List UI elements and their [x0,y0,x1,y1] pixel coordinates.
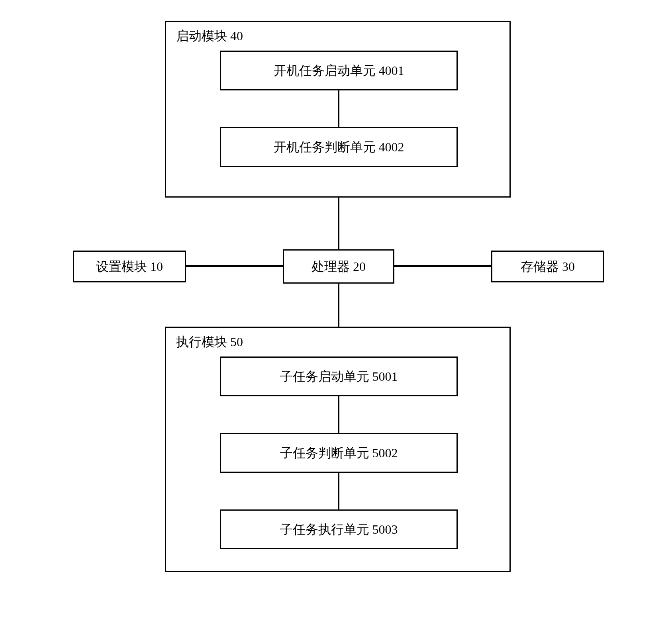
execution-module-title: 执行模块 50 [176,333,243,351]
connector-20-to-50 [338,284,339,327]
processor: 处理器 20 [283,249,394,284]
connector-40-to-20 [338,198,339,249]
boot-task-judge-unit: 开机任务判断单元 4002 [220,127,458,167]
subtask-start-unit-label: 子任务启动单元 5001 [280,370,398,383]
processor-label: 处理器 20 [312,260,366,273]
settings-module-label: 设置模块 10 [96,260,163,273]
diagram-canvas: 启动模块 40 开机任务启动单元 4001 开机任务判断单元 4002 设置模块… [0,0,672,617]
boot-task-start-unit-label: 开机任务启动单元 4001 [274,64,404,77]
connector-4001-4002 [338,90,339,127]
subtask-judge-unit: 子任务判断单元 5002 [220,433,458,473]
connector-20-to-30 [394,265,491,267]
subtask-start-unit: 子任务启动单元 5001 [220,356,458,396]
connector-5002-5003 [338,473,339,509]
startup-module-title: 启动模块 40 [176,27,243,45]
settings-module: 设置模块 10 [73,251,186,282]
subtask-judge-unit-label: 子任务判断单元 5002 [280,447,398,459]
connector-10-to-20 [186,265,283,267]
boot-task-start-unit: 开机任务启动单元 4001 [220,51,458,90]
subtask-exec-unit: 子任务执行单元 5003 [220,509,458,549]
connector-5001-5002 [338,396,339,433]
storage-module: 存储器 30 [491,251,604,282]
boot-task-judge-unit-label: 开机任务判断单元 4002 [274,141,404,153]
storage-module-label: 存储器 30 [521,260,575,273]
subtask-exec-unit-label: 子任务执行单元 5003 [280,523,398,536]
